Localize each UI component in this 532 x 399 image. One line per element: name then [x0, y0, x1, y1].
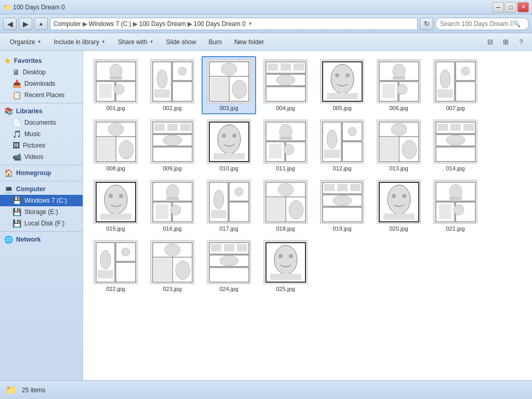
- svg-rect-155: [116, 262, 136, 282]
- new-folder-button[interactable]: New folder: [229, 35, 270, 49]
- file-item[interactable]: 012.jpg: [315, 116, 369, 175]
- refresh-button[interactable]: ↻: [420, 18, 433, 30]
- sidebar-item-recent[interactable]: 📋 Recent Places: [0, 89, 83, 101]
- favorites-header[interactable]: ★ Favorites: [0, 55, 83, 66]
- file-item[interactable]: 010.jpg: [202, 116, 256, 175]
- file-item[interactable]: 001.jpg: [88, 56, 143, 114]
- view-toggle-button[interactable]: ⊞: [499, 36, 512, 48]
- svg-point-70: [232, 134, 236, 138]
- file-name: 009.jpg: [163, 165, 181, 171]
- svg-point-140: [388, 185, 410, 214]
- file-item[interactable]: 024.jpg: [202, 237, 256, 295]
- svg-rect-41: [393, 76, 405, 79]
- svg-rect-13: [154, 89, 170, 98]
- svg-rect-128: [267, 198, 285, 221]
- sidebar-item-localf[interactable]: 💾 Local Disk (F:): [0, 218, 83, 229]
- file-item[interactable]: 025.jpg: [258, 237, 313, 295]
- svg-rect-169: [209, 268, 249, 282]
- maximize-button[interactable]: □: [505, 2, 516, 12]
- downloads-icon: 📥: [12, 79, 21, 88]
- files-grid: 001.jpg 002.jpg 003.jpg 004.jpg: [88, 56, 527, 295]
- sidebar-item-downloads[interactable]: 📥 Downloads: [0, 78, 83, 89]
- file-item[interactable]: 002.jpg: [145, 56, 200, 114]
- file-item[interactable]: 014.jpg: [428, 116, 483, 175]
- file-item[interactable]: 022.jpg: [88, 237, 143, 295]
- file-item[interactable]: 008.jpg: [88, 116, 143, 175]
- address-path[interactable]: Computer ▶ Windows 7 (C:) ▶ 100 Days Dre…: [50, 18, 418, 30]
- sidebar-item-music[interactable]: 🎵 Music: [0, 128, 83, 140]
- status-folder-icon: 📁: [5, 384, 17, 396]
- file-item[interactable]: 019.jpg: [315, 177, 369, 235]
- file-item[interactable]: 009.jpg: [145, 116, 200, 175]
- svg-point-76: [280, 124, 292, 139]
- file-name: 005.jpg: [332, 105, 351, 111]
- minimize-button[interactable]: ─: [493, 2, 504, 12]
- organize-button[interactable]: Organize ▼: [4, 35, 47, 49]
- sidebar-item-documents[interactable]: 📄 Documents: [0, 117, 83, 128]
- close-button[interactable]: ✕: [517, 2, 529, 12]
- file-item[interactable]: 006.jpg: [371, 56, 426, 114]
- crumb-current[interactable]: 100 Days Dream 0: [194, 20, 246, 28]
- divider-1: [0, 103, 83, 103]
- libraries-header[interactable]: 📚 Libraries: [0, 105, 83, 117]
- svg-point-177: [278, 254, 283, 258]
- homegroup-header[interactable]: 🏠 Homegroup: [0, 167, 83, 179]
- file-item[interactable]: 005.jpg: [315, 56, 369, 114]
- share-with-button[interactable]: Share with ▼: [112, 35, 159, 49]
- file-name: 020.jpg: [389, 225, 408, 232]
- sidebar-item-storagee[interactable]: 💾 Storage (E:): [0, 206, 83, 218]
- sidebar-item-pictures[interactable]: 🖼 Pictures: [0, 140, 83, 151]
- slide-show-button[interactable]: Slide show: [161, 35, 202, 49]
- svg-rect-119: [229, 202, 249, 222]
- preview-pane-button[interactable]: ⊟: [483, 36, 497, 48]
- help-button[interactable]: ?: [514, 36, 528, 48]
- crumb-computer[interactable]: Computer: [54, 20, 81, 28]
- svg-point-48: [440, 70, 450, 88]
- search-box[interactable]: 🔍: [435, 18, 529, 30]
- file-item[interactable]: 021.jpg: [428, 177, 483, 235]
- svg-rect-47: [456, 82, 475, 101]
- libraries-icon: 📚: [4, 107, 13, 115]
- file-item[interactable]: 016.jpg: [145, 177, 200, 235]
- svg-point-32: [331, 64, 354, 94]
- file-item[interactable]: 023.jpg: [145, 237, 200, 295]
- svg-point-163: [165, 244, 180, 256]
- network-header[interactable]: 🌐 Network: [0, 234, 83, 245]
- file-item[interactable]: 020.jpg: [371, 177, 426, 235]
- file-item[interactable]: 018.jpg: [258, 177, 313, 235]
- file-item[interactable]: 007.jpg: [428, 56, 483, 114]
- sidebar-item-desktop[interactable]: 🖥 Desktop: [0, 66, 83, 78]
- sidebar-item-windows7c[interactable]: 💾 Windows 7 (C:): [0, 195, 83, 206]
- sidebar-item-videos[interactable]: 📹 Videos: [0, 151, 83, 163]
- file-area: 001.jpg 002.jpg 003.jpg 004.jpg: [83, 51, 532, 380]
- file-thumbnail: [150, 59, 194, 103]
- file-name: 022.jpg: [106, 286, 125, 292]
- homegroup-section: 🏠 Homegroup: [0, 167, 83, 179]
- search-input[interactable]: [440, 20, 513, 28]
- file-item[interactable]: 017.jpg: [202, 177, 256, 235]
- crumb-windows7[interactable]: Windows 7 (C:): [89, 20, 131, 28]
- crumb-100days[interactable]: 100 Days Dream: [139, 20, 186, 28]
- file-item[interactable]: 013.jpg: [371, 116, 426, 175]
- file-thumbnail: [263, 240, 308, 284]
- file-item[interactable]: 011.jpg: [258, 116, 313, 175]
- svg-rect-71: [214, 153, 245, 159]
- include-library-button[interactable]: Include in library ▼: [48, 35, 111, 49]
- computer-header[interactable]: 💻 Computer: [0, 183, 83, 195]
- file-item[interactable]: 015.jpg: [88, 177, 143, 235]
- file-thumbnail: [433, 59, 477, 103]
- up-button[interactable]: ▲: [34, 18, 48, 30]
- svg-point-34: [345, 73, 350, 77]
- svg-rect-42: [382, 84, 395, 98]
- svg-rect-85: [324, 150, 340, 158]
- svg-point-65: [163, 135, 182, 145]
- file-item[interactable]: 004.jpg: [258, 56, 313, 114]
- svg-point-148: [449, 184, 462, 199]
- burn-button[interactable]: Burn: [203, 35, 228, 49]
- path-dropdown-arrow[interactable]: ▼: [248, 21, 253, 26]
- file-item[interactable]: 003.jpg: [202, 56, 256, 114]
- back-button[interactable]: ◀: [3, 18, 17, 30]
- forward-button[interactable]: ▶: [19, 18, 32, 30]
- svg-point-122: [235, 188, 243, 196]
- svg-rect-100: [463, 124, 474, 131]
